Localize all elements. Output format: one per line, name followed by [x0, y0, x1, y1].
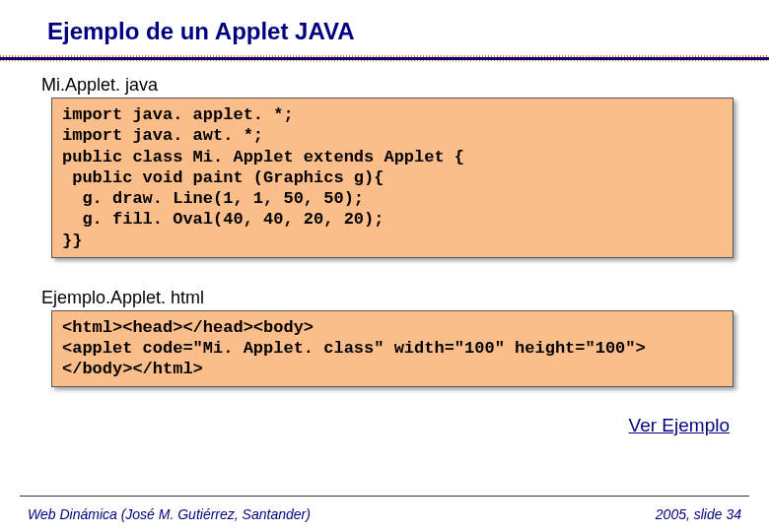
footer-left: Web Dinámica (José M. Gutiérrez, Santand… [28, 506, 311, 522]
code-block-html: <html><head></head><body> <applet code="… [51, 310, 734, 387]
slide-title: Ejemplo de un Applet JAVA [0, 18, 769, 45]
spacer [0, 258, 769, 288]
code-block-java: import java. applet. *; import java. awt… [51, 98, 734, 258]
file-label-1: Mi.Applet. java [0, 75, 769, 96]
divider-blue-bar [0, 57, 769, 60]
footer-right: 2005, slide 34 [656, 506, 741, 522]
slide: Ejemplo de un Applet JAVA Mi.Applet. jav… [0, 0, 769, 532]
link-row: Ver Ejemplo [0, 415, 769, 436]
title-divider [0, 55, 769, 61]
footer: Web Dinámica (José M. Gutiérrez, Santand… [0, 506, 769, 522]
footer-rule [20, 496, 749, 497]
ver-ejemplo-link[interactable]: Ver Ejemplo [629, 415, 730, 435]
file-label-2: Ejemplo.Applet. html [0, 288, 769, 308]
